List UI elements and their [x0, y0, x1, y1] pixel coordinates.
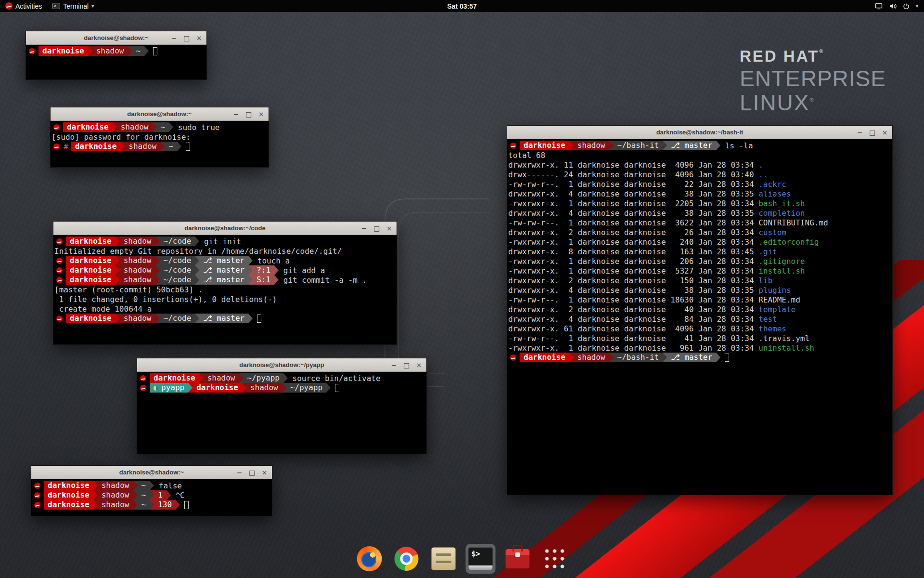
titlebar[interactable]: darknoise@shadow:~/pyapp − □ × — [137, 358, 426, 372]
dock-firefox[interactable] — [355, 544, 385, 574]
chrome-icon — [395, 547, 419, 571]
prompt-segment-user: darknoise — [66, 265, 116, 275]
output-text: -rwxrwxr-x. 1 darknoise darknoise 240 Ja… — [508, 237, 758, 247]
redhat-prompt-icon — [56, 277, 63, 283]
app-menu-terminal[interactable]: >_ Terminal ▾ — [47, 0, 99, 12]
redhat-prompt-icon — [56, 238, 63, 245]
directory-name: themes — [758, 324, 786, 333]
terminal-window-home-2: darknoise@shadow:~ − □ × darknoiseshadow… — [31, 465, 272, 516]
titlebar[interactable]: darknoise@shadow:~ − □ × — [26, 31, 206, 45]
redhat-prompt-icon — [56, 267, 63, 274]
close-button[interactable]: × — [261, 469, 268, 476]
terminal-line: drwxrwxr-x. 11 darknoise darknoise 4096 … — [508, 160, 891, 170]
output-text: total 68 — [508, 151, 545, 160]
output-text: drwxrwxr-x. 4 darknoise darknoise 38 Jan… — [508, 209, 758, 218]
dock-chrome[interactable] — [392, 544, 422, 574]
powerline-separator — [609, 141, 614, 150]
prompt-segment-path: ~/code — [160, 236, 195, 246]
maximize-button[interactable]: □ — [373, 224, 380, 232]
prompt-segment-err: 1 — [154, 490, 167, 500]
directory-name: aliases — [758, 189, 791, 198]
close-button[interactable]: × — [882, 129, 888, 136]
logo-linux-text: LINUX — [740, 90, 809, 115]
prompt-segment-user: darknoise — [192, 383, 242, 393]
powerline-separator — [93, 500, 98, 510]
terminal-content[interactable]: darknoiseshadow~/bash-it⎇ master ls -lat… — [507, 139, 892, 495]
activities-button[interactable]: Activities — [0, 0, 47, 12]
command-text: ^C — [171, 491, 185, 500]
dock-appgrid[interactable] — [540, 544, 570, 574]
volume-icon[interactable] — [889, 3, 897, 10]
command-text: source bin/activate — [288, 374, 381, 383]
prompt-segment-user: darknoise — [66, 256, 116, 265]
close-button[interactable]: × — [386, 224, 392, 232]
dock-toolbox[interactable] — [503, 544, 533, 574]
terminal-line: [sudo] password for darknoise: — [51, 132, 268, 142]
minimize-button[interactable]: − — [171, 34, 177, 42]
maximize-button[interactable]: □ — [403, 361, 410, 369]
output-text: -rw-rw-r--. 1 darknoise darknoise 41 Jan… — [508, 334, 809, 343]
system-menu-chevron-icon[interactable]: ▾ — [916, 3, 918, 9]
prompt-segment-user: darknoise — [44, 490, 93, 500]
titlebar[interactable]: darknoise@shadow:~ − □ × — [31, 466, 272, 479]
powerline-separator — [155, 236, 160, 246]
terminal-content[interactable]: darknoiseshadow~/code git initInitialize… — [53, 235, 397, 344]
terminal-line: darknoiseshadow~130 — [32, 500, 271, 510]
powerline-separator — [150, 500, 154, 510]
terminal-line: pyappdarknoiseshadow~/pyapp — [138, 383, 425, 393]
prompt-segment-host: shadow — [98, 481, 133, 490]
prompt-segment-path: ~/bash-it — [614, 141, 663, 150]
powerline-separator — [133, 481, 138, 490]
redhat-prompt-icon — [34, 492, 40, 499]
minimize-button[interactable]: − — [236, 469, 243, 476]
prompt-segment-path: ~ — [138, 481, 150, 490]
minimize-button[interactable]: − — [233, 110, 239, 118]
prompt-segment-host: shadow — [92, 46, 128, 56]
minimize-button[interactable]: − — [857, 129, 863, 136]
top-bar: Activities >_ Terminal ▾ Sat 03:57 ▾ — [0, 0, 924, 12]
prompt-segment-host: shadow — [120, 256, 155, 265]
maximize-button[interactable]: □ — [183, 34, 190, 42]
terminal-content[interactable]: darknoiseshadow~ falsedarknoiseshadow~1 … — [31, 479, 272, 516]
terminal-line: drwxrwxr-x. 2 darknoise darknoise 26 Jan… — [508, 227, 891, 237]
dock-terminal[interactable]: $> — [466, 544, 496, 574]
output-text: -rwxrwxr-x. 1 darknoise darknoise 961 Ja… — [508, 343, 758, 353]
terminal-content[interactable]: darknoiseshadow~/pyapp source bin/activa… — [137, 372, 426, 454]
command-text: touch a — [253, 256, 290, 265]
terminal-content[interactable]: darknoiseshadow~ sudo true[sudo] passwor… — [51, 121, 269, 167]
power-icon[interactable] — [903, 3, 910, 10]
screen-icon[interactable] — [875, 3, 883, 10]
terminal-line: drwx------. 24 darknoise darknoise 4096 … — [508, 170, 891, 179]
close-button[interactable]: × — [416, 361, 422, 369]
output-text: [sudo] password for darknoise: — [51, 132, 195, 142]
titlebar[interactable]: darknoise@shadow:~/code − □ × — [53, 222, 397, 235]
titlebar[interactable]: darknoise@shadow:~/bash-it − □ × — [507, 126, 892, 139]
powerline-separator — [195, 265, 199, 275]
prompt-segment-host: shadow — [125, 142, 160, 151]
dock-files[interactable] — [429, 544, 459, 574]
clock[interactable]: Sat 03:57 — [442, 0, 481, 12]
close-button[interactable]: × — [258, 110, 264, 118]
maximize-button[interactable]: □ — [249, 469, 255, 476]
output-text: create mode 100644 a — [54, 304, 152, 314]
terminal-line: darknoiseshadow~/code⎇ master touch a — [54, 256, 396, 265]
firefox-icon — [357, 546, 382, 571]
powerline-separator — [150, 490, 154, 500]
maximize-button[interactable]: □ — [245, 110, 252, 118]
close-button[interactable]: × — [196, 34, 202, 42]
minimize-button[interactable]: − — [361, 224, 367, 232]
terminal-content[interactable]: darknoiseshadow~ — [26, 45, 206, 79]
command-text: git add a — [279, 266, 325, 275]
output-text: -rwxrwxr-x. 1 darknoise darknoise 2205 J… — [508, 199, 758, 208]
titlebar[interactable]: darknoise@shadow:~ − □ × — [51, 107, 269, 121]
terminal-line: darknoiseshadow~/bash-it⎇ master — [508, 353, 891, 362]
powerline-separator — [153, 122, 157, 132]
rhel-wallpaper-logo: RED HAT® ENTERPRISE LINUX® — [740, 48, 886, 114]
window-title: darknoise@shadow:~/code — [53, 224, 397, 232]
prompt-segment-user: darknoise — [38, 46, 88, 56]
minimize-button[interactable]: − — [391, 361, 397, 369]
prompt-segment-user: darknoise — [520, 141, 569, 150]
maximize-button[interactable]: □ — [869, 129, 875, 136]
executable-name: .gitignore — [758, 257, 805, 266]
terminal-window-pyapp: darknoise@shadow:~/pyapp − □ × darknoise… — [137, 358, 427, 454]
